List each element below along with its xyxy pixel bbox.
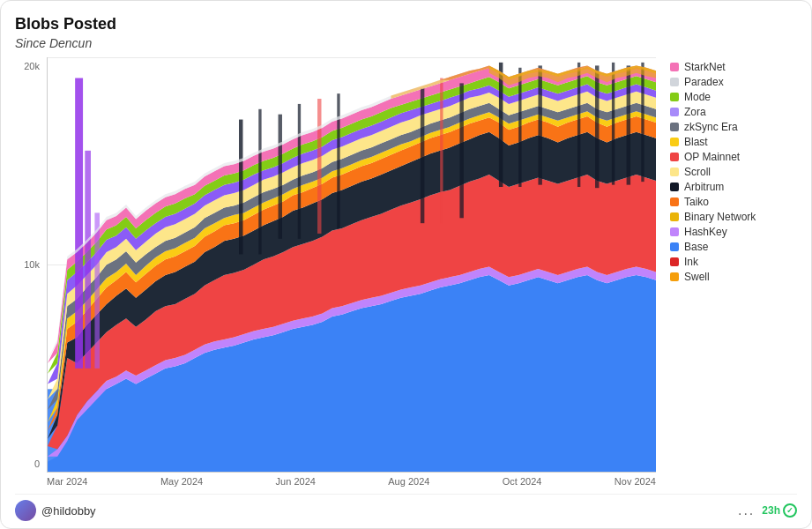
legend-item-label: Base bbox=[684, 241, 708, 253]
legend-item: Binary Network bbox=[670, 211, 797, 223]
y-label-20k: 20k bbox=[24, 61, 40, 71]
svg-rect-19 bbox=[627, 65, 630, 184]
svg-rect-16 bbox=[577, 62, 580, 186]
legend-item-label: StarkNet bbox=[684, 61, 726, 73]
chart-and-x: Mar 2024 May 2024 Jun 2024 Aug 2024 Oct … bbox=[47, 57, 656, 490]
footer-left: @hildobby bbox=[15, 500, 96, 521]
x-label-nov: Nov 2024 bbox=[615, 476, 656, 490]
svg-rect-11 bbox=[440, 78, 443, 223]
legend-color-dot bbox=[670, 183, 679, 191]
svg-rect-5 bbox=[258, 108, 261, 254]
legend-item-label: HashKey bbox=[684, 226, 727, 238]
legend-color-dot bbox=[670, 212, 679, 221]
chart-svg bbox=[48, 57, 656, 472]
legend-color-dot bbox=[670, 63, 679, 71]
legend-item: zkSync Era bbox=[670, 121, 797, 133]
more-options-button[interactable]: ... bbox=[738, 503, 755, 518]
x-label-mar: Mar 2024 bbox=[47, 476, 87, 490]
y-label-10k: 10k bbox=[24, 259, 40, 270]
legend-color-dot bbox=[670, 108, 679, 116]
legend-item-label: OP Mainnet bbox=[684, 151, 740, 163]
svg-rect-14 bbox=[518, 67, 521, 186]
check-icon: ✓ bbox=[783, 503, 797, 518]
card: Blobs Posted Since Dencun 20k 10k 0 bbox=[0, 0, 812, 529]
svg-rect-6 bbox=[279, 114, 282, 238]
x-label-may: May 2024 bbox=[160, 476, 203, 490]
svg-rect-2 bbox=[85, 150, 91, 368]
svg-rect-18 bbox=[612, 62, 615, 184]
svg-rect-20 bbox=[641, 62, 644, 181]
chart-subtitle: Since Dencun bbox=[15, 36, 797, 50]
legend-color-dot bbox=[670, 242, 679, 251]
chart-area: 20k 10k 0 bbox=[15, 57, 797, 490]
legend-color-dot bbox=[670, 93, 679, 101]
legend-item: Blast bbox=[670, 136, 797, 148]
x-label-oct: Oct 2024 bbox=[503, 476, 542, 490]
y-label-0: 0 bbox=[34, 458, 40, 469]
legend-item-label: Blast bbox=[684, 136, 708, 148]
legend-item: Arbitrum bbox=[670, 181, 797, 193]
legend-item-label: Swell bbox=[684, 271, 710, 283]
legend-item: OP Mainnet bbox=[670, 151, 797, 163]
legend-item-label: Zora bbox=[684, 106, 706, 118]
legend-item-label: Ink bbox=[684, 256, 698, 268]
legend-color-dot bbox=[670, 272, 679, 281]
footer-right: ... 23h ✓ bbox=[738, 503, 797, 518]
legend-color-dot bbox=[670, 197, 679, 206]
avatar bbox=[15, 500, 36, 521]
x-axis: Mar 2024 May 2024 Jun 2024 Aug 2024 Oct … bbox=[47, 473, 656, 490]
footer: @hildobby ... 23h ✓ bbox=[15, 494, 797, 521]
username: @hildobby bbox=[41, 504, 96, 518]
legend-item-label: zkSync Era bbox=[684, 121, 738, 133]
legend-item-label: Paradex bbox=[684, 76, 724, 88]
legend-item-label: Binary Network bbox=[684, 211, 756, 223]
legend-color-dot bbox=[670, 227, 679, 236]
svg-rect-10 bbox=[421, 88, 424, 223]
legend-color-dot bbox=[670, 78, 679, 86]
chart-title: Blobs Posted bbox=[15, 15, 797, 34]
legend: StarkNetParadexModeZorazkSync EraBlastOP… bbox=[656, 57, 797, 490]
svg-rect-7 bbox=[298, 104, 301, 239]
legend-color-dot bbox=[670, 138, 679, 146]
svg-rect-17 bbox=[595, 65, 599, 188]
legend-item-label: Arbitrum bbox=[684, 181, 724, 193]
legend-item: Mode bbox=[670, 91, 797, 103]
legend-item: Base bbox=[670, 241, 797, 253]
svg-rect-12 bbox=[459, 83, 463, 218]
legend-item-label: Taiko bbox=[684, 196, 709, 208]
legend-item: HashKey bbox=[670, 226, 797, 238]
svg-rect-13 bbox=[499, 62, 503, 186]
legend-item-label: Scroll bbox=[684, 166, 711, 178]
svg-rect-4 bbox=[239, 119, 242, 254]
svg-rect-3 bbox=[94, 212, 100, 368]
chart-container bbox=[47, 57, 656, 473]
time-badge: 23h ✓ bbox=[762, 503, 797, 518]
legend-item: Paradex bbox=[670, 76, 797, 88]
legend-color-dot bbox=[670, 153, 679, 161]
svg-rect-8 bbox=[317, 99, 321, 234]
svg-rect-9 bbox=[337, 93, 339, 228]
legend-item: StarkNet bbox=[670, 61, 797, 73]
time-label: 23h bbox=[762, 504, 780, 517]
x-label-aug: Aug 2024 bbox=[388, 476, 429, 490]
legend-item: Ink bbox=[670, 256, 797, 268]
legend-item: Scroll bbox=[670, 166, 797, 178]
svg-rect-15 bbox=[538, 65, 541, 184]
legend-item: Zora bbox=[670, 106, 797, 118]
legend-color-dot bbox=[670, 257, 679, 266]
x-label-jun: Jun 2024 bbox=[276, 476, 316, 490]
y-axis: 20k 10k 0 bbox=[15, 57, 47, 490]
svg-rect-1 bbox=[75, 78, 83, 368]
legend-item-label: Mode bbox=[684, 91, 711, 103]
legend-item: Swell bbox=[670, 271, 797, 283]
legend-color-dot bbox=[670, 168, 679, 176]
legend-item: Taiko bbox=[670, 196, 797, 208]
legend-color-dot bbox=[670, 123, 679, 131]
